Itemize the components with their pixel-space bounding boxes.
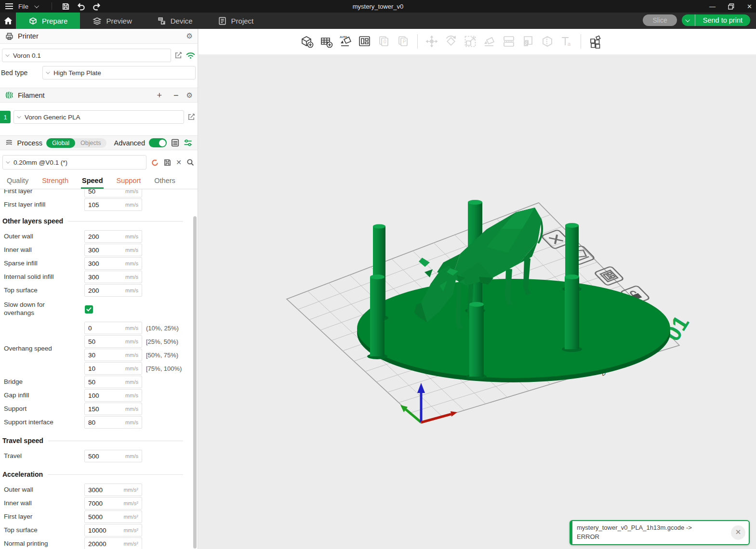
main-menu-button[interactable]	[3, 1, 15, 12]
setting-value: 100	[88, 392, 125, 399]
model-disc[interactable]	[357, 279, 670, 382]
minimize-button[interactable]: —	[709, 3, 716, 10]
add-text-button[interactable]: a	[557, 30, 576, 52]
filament-slot-badge[interactable]: 1	[0, 111, 11, 123]
toolbar-separator	[581, 34, 581, 49]
tab-device[interactable]: Device	[145, 13, 205, 29]
process-scope-toggle[interactable]: Global Objects	[46, 138, 106, 148]
settings-scrollbar[interactable]	[193, 216, 197, 549]
tab-quality[interactable]: Quality	[0, 174, 35, 189]
overhang-speed-input-1[interactable]: 0mm/s	[84, 322, 142, 334]
parameter-list-button[interactable]	[171, 138, 180, 147]
filament-select[interactable]: Voron Generic PLA	[13, 110, 184, 124]
support-speed-input[interactable]: 150mm/s	[84, 403, 142, 415]
overhang-speed-input-3[interactable]: 30mm/s	[84, 349, 142, 361]
tune-params-button[interactable]	[184, 138, 193, 147]
setting-label: Slow down for overhangs	[4, 301, 76, 317]
accel-inner-wall-input[interactable]: 7000mm/s²	[84, 497, 142, 510]
save-profile-button[interactable]	[163, 158, 172, 167]
scene-canvas[interactable]: VORON D E S I G N 01	[199, 54, 756, 549]
toast-line1: mystery_tower_v0_PLA_1h13m.gcode ->	[577, 523, 728, 533]
gap-infill-speed-input[interactable]: 100mm/s	[84, 389, 142, 402]
paste-button[interactable]: P	[394, 30, 413, 52]
delete-profile-button[interactable]: ✕	[176, 158, 182, 166]
bridge-speed-input[interactable]: 50mm/s	[84, 376, 142, 388]
viewport-3d[interactable]: VORON D E S I G N 01	[199, 54, 756, 549]
advanced-toggle[interactable]	[149, 138, 167, 147]
maximize-button[interactable]	[728, 3, 734, 10]
first-layer-infill-speed-input[interactable]: 105mm/s	[84, 198, 142, 211]
search-settings-button[interactable]	[186, 158, 195, 167]
accel-first-layer-input[interactable]: 5000mm/s²	[84, 510, 142, 523]
process-profile-select[interactable]: 0.20mm @V0.1 (*)	[2, 155, 146, 170]
add-object-button[interactable]	[297, 30, 317, 52]
lay-on-face-button[interactable]	[480, 30, 499, 52]
close-button[interactable]: ✕	[747, 3, 752, 10]
sparse-infill-speed-input[interactable]: 300mm/s	[84, 257, 142, 270]
split-to-objects-button[interactable]	[499, 30, 518, 52]
tab-preview[interactable]: Preview	[80, 13, 144, 29]
tab-support[interactable]: Support	[109, 174, 147, 189]
send-to-print-button[interactable]: Send to print	[682, 14, 750, 26]
assembly-view-button[interactable]	[585, 30, 605, 52]
send-options-chevron[interactable]	[682, 14, 695, 26]
chevron-down-icon	[6, 159, 10, 163]
file-menu[interactable]: File	[18, 3, 28, 10]
tab-others[interactable]: Others	[147, 174, 182, 189]
first-layer-speed-input[interactable]: 50mm/s	[84, 189, 142, 197]
scale-button[interactable]	[461, 30, 480, 52]
printer-connection-button[interactable]	[186, 51, 196, 60]
home-button[interactable]	[0, 13, 16, 29]
add-filament-button[interactable]: +	[153, 91, 166, 100]
tab-prepare[interactable]: Prepare	[16, 13, 80, 29]
redo-button[interactable]	[91, 1, 103, 12]
outer-wall-speed-input[interactable]: 200mm/s	[84, 230, 142, 243]
tab-project[interactable]: Project	[205, 13, 266, 29]
setting-unit: mm/s²	[123, 514, 138, 520]
travel-speed-input[interactable]: 500mm/s	[84, 450, 142, 462]
arrange-button[interactable]	[355, 30, 374, 52]
support-interface-speed-input[interactable]: 80mm/s	[84, 416, 142, 429]
setting-unit: mm/s	[125, 406, 138, 412]
tab-strength[interactable]: Strength	[35, 174, 75, 189]
save-button[interactable]	[60, 1, 72, 12]
auto-orient-button[interactable]: AUTO	[336, 30, 355, 52]
setting-row: 0mm/s (10%, 25%)	[84, 321, 182, 335]
accel-normal-printing-input[interactable]: 20000mm/s²	[84, 537, 142, 549]
inner-wall-speed-input[interactable]: 300mm/s	[84, 244, 142, 256]
move-button[interactable]	[422, 30, 441, 52]
settings-scroll-area[interactable]: First layer 50mm/s First layer infill 10…	[0, 189, 198, 549]
home-icon	[3, 16, 13, 26]
overhang-speed-input-2[interactable]: 50mm/s	[84, 335, 142, 348]
edit-filament-button[interactable]	[187, 113, 196, 121]
accel-outer-wall-input[interactable]: 3000mm/s²	[84, 484, 142, 496]
file-menu-chevron[interactable]	[31, 1, 44, 12]
rotate-button[interactable]	[441, 30, 461, 52]
remove-filament-button[interactable]: −	[170, 91, 183, 100]
scope-objects[interactable]: Objects	[75, 138, 106, 148]
edit-printer-button[interactable]	[174, 51, 183, 60]
slow-down-overhangs-checkbox[interactable]	[85, 305, 93, 314]
top-surface-speed-input[interactable]: 200mm/s	[84, 284, 142, 297]
tab-speed[interactable]: Speed	[75, 174, 110, 189]
setting-row: 10mm/s [75%, 100%)	[84, 362, 182, 375]
printer-select[interactable]: Voron 0.1	[2, 49, 171, 62]
undo-button[interactable]	[75, 1, 88, 12]
filament-name: Voron Generic PLA	[25, 114, 80, 121]
internal-solid-infill-speed-input[interactable]: 300mm/s	[84, 271, 142, 283]
setting-value: 10000	[88, 527, 123, 534]
scope-global[interactable]: Global	[46, 138, 75, 148]
setting-unit: mm/s	[125, 379, 138, 385]
filament-settings-gear-icon[interactable]: ⚙	[186, 91, 193, 100]
overhang-speed-input-4[interactable]: 10mm/s	[84, 362, 142, 375]
printer-settings-gear-icon[interactable]: ⚙	[186, 32, 193, 40]
reset-profile-button[interactable]	[151, 158, 159, 167]
bed-type-select[interactable]: High Temp Plate	[42, 66, 196, 79]
toast-close-button[interactable]: ✕	[731, 525, 745, 540]
split-to-parts-button[interactable]	[518, 30, 538, 52]
slice-button[interactable]: Slice	[643, 14, 676, 26]
accel-top-surface-input[interactable]: 10000mm/s²	[84, 524, 142, 536]
mesh-boolean-button[interactable]	[538, 30, 557, 52]
add-plate-button[interactable]	[317, 30, 336, 52]
copy-button[interactable]: 0	[374, 30, 394, 52]
